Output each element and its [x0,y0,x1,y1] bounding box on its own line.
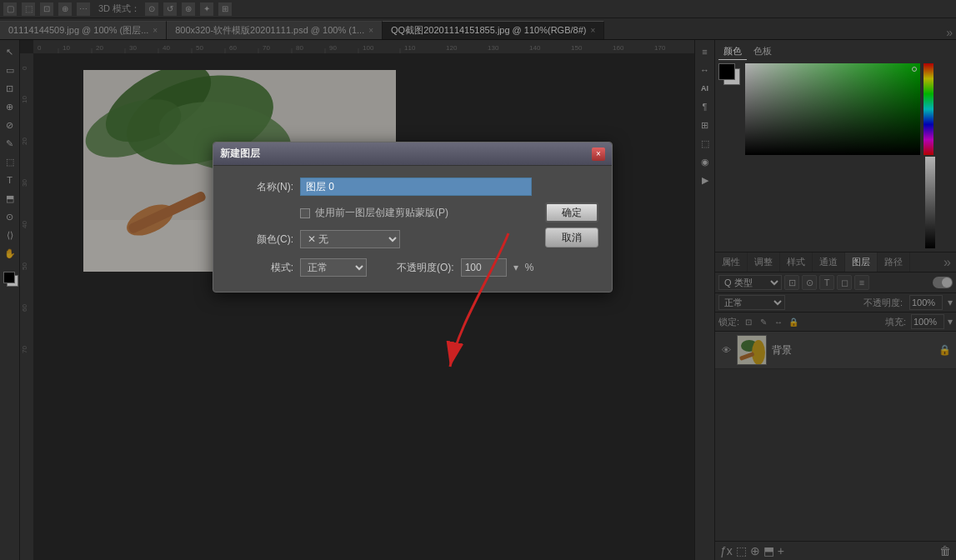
modal-overlay: 新建图层 × 确定 取消 名称(N): document.currentScri… [0,0,956,560]
confirm-button[interactable]: 确定 [545,202,598,222]
clip-checkbox[interactable] [300,208,310,218]
dialog-title: 新建图层 [220,147,260,161]
checkbox-label: 使用前一图层创建剪贴蒙版(P) [315,206,448,220]
name-row: 名称(N): document.currentScript.parentElem… [227,178,598,196]
mode-opacity-row: 模式: 正常 不透明度(O): document.currentScript.p… [227,258,598,277]
opacity-unit: % [525,262,534,273]
name-input[interactable] [300,178,532,196]
mode-label: 模式: [227,261,293,275]
dialog-buttons: 确定 取消 [545,202,598,248]
color-select[interactable]: ✕ 无 [300,230,400,248]
color-label: 颜色(C): [227,232,293,247]
name-label: 名称(N): [227,180,293,194]
color-row: 颜色(C): ✕ 无 [227,230,598,248]
dialog-body: 确定 取消 名称(N): document.currentScript.pare… [213,166,612,292]
dialog-opacity-label: 不透明度(O): [397,261,454,275]
mode-select[interactable]: 正常 [300,258,367,277]
dialog-close-button[interactable]: × [592,148,605,161]
opacity-number-input[interactable] [461,258,507,277]
opacity-dropdown-arrow[interactable]: ▾ [513,262,518,273]
cancel-button[interactable]: 取消 [545,228,598,248]
dialog-titlebar: 新建图层 × [213,142,612,166]
new-layer-dialog: 新建图层 × 确定 取消 名称(N): document.currentScri… [213,142,613,292]
